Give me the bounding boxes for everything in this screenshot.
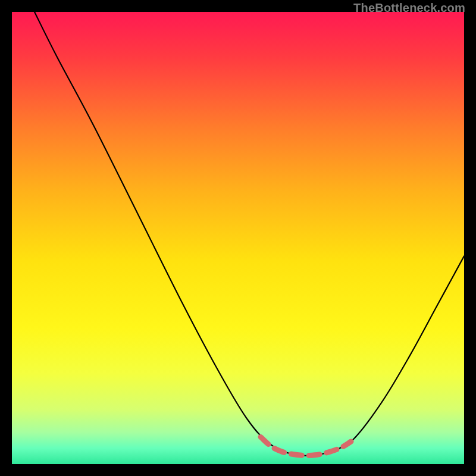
watermark-text: TheBottleneck.com: [353, 1, 465, 15]
plot-area: [12, 12, 464, 464]
chart-background: [12, 12, 464, 464]
bottleneck-chart: [12, 12, 464, 464]
